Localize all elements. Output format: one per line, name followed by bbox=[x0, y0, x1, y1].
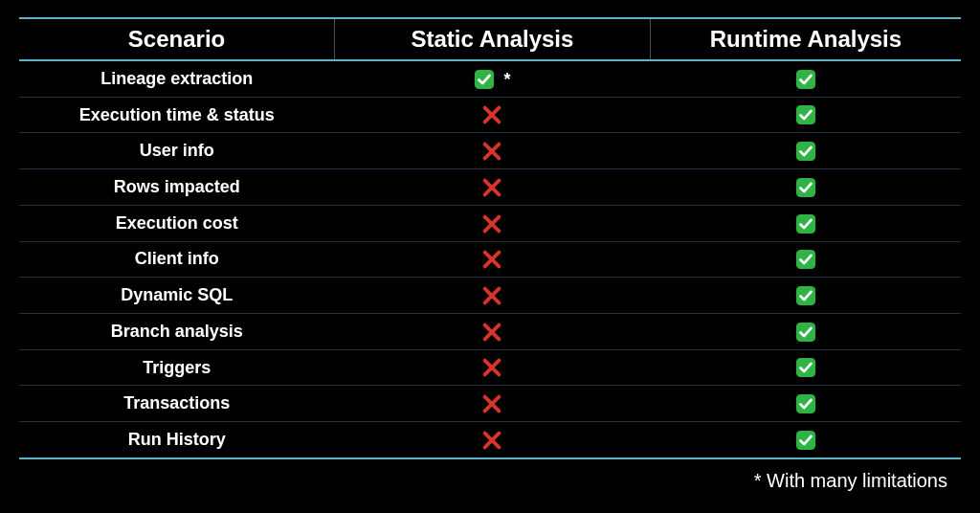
static-cell: * bbox=[335, 60, 651, 97]
header-runtime: Runtime Analysis bbox=[650, 18, 961, 60]
cross-icon bbox=[481, 320, 502, 341]
footnote: * With many limitations bbox=[754, 470, 947, 492]
scenario-cell: Triggers bbox=[19, 349, 335, 386]
table-row: User info bbox=[19, 133, 961, 169]
scenario-cell: Dynamic SQL bbox=[19, 278, 335, 314]
table-row: Lineage extraction * bbox=[19, 60, 961, 97]
header-row: Scenario Static Analysis Runtime Analysi… bbox=[19, 18, 961, 60]
table-row: Run History bbox=[19, 422, 961, 458]
runtime-cell bbox=[650, 314, 961, 350]
cross-icon bbox=[481, 212, 502, 233]
table-row: Dynamic SQL bbox=[19, 278, 961, 314]
cross-icon bbox=[481, 391, 502, 413]
static-cell bbox=[335, 205, 651, 241]
check-icon bbox=[795, 248, 816, 269]
static-cell bbox=[335, 422, 651, 458]
table-row: Client info bbox=[19, 241, 961, 278]
header-static: Static Analysis bbox=[335, 18, 651, 60]
check-icon bbox=[795, 67, 816, 88]
runtime-cell bbox=[650, 133, 961, 169]
static-cell bbox=[335, 133, 651, 169]
scenario-cell: Run History bbox=[19, 422, 335, 458]
runtime-cell bbox=[650, 97, 961, 133]
scenario-cell: Client info bbox=[19, 241, 335, 278]
table-row: Transactions bbox=[19, 386, 961, 422]
scenario-cell: Execution cost bbox=[19, 205, 335, 241]
table-body: Lineage extraction *Execution time & sta… bbox=[19, 60, 961, 458]
check-icon bbox=[795, 175, 816, 196]
check-icon bbox=[795, 428, 816, 449]
runtime-cell bbox=[650, 278, 961, 314]
cross-icon bbox=[481, 175, 502, 196]
scenario-cell: Transactions bbox=[19, 386, 335, 422]
comparison-table: Scenario Static Analysis Runtime Analysi… bbox=[19, 17, 961, 459]
check-icon bbox=[795, 391, 816, 413]
table-row: Rows impacted bbox=[19, 169, 961, 206]
check-icon bbox=[795, 283, 816, 304]
cross-icon bbox=[481, 356, 502, 377]
runtime-cell bbox=[650, 349, 961, 386]
table-row: Branch analysis bbox=[19, 314, 961, 350]
scenario-cell: Rows impacted bbox=[19, 169, 335, 206]
cross-icon bbox=[481, 248, 502, 269]
static-cell bbox=[335, 386, 651, 422]
check-icon bbox=[795, 320, 816, 341]
note-marker: * bbox=[499, 70, 510, 89]
scenario-cell: Execution time & status bbox=[19, 97, 335, 133]
static-cell bbox=[335, 241, 651, 278]
table-row: Triggers bbox=[19, 349, 961, 386]
static-cell bbox=[335, 97, 651, 133]
cross-icon bbox=[481, 428, 502, 449]
static-cell bbox=[335, 169, 651, 206]
static-cell bbox=[335, 314, 651, 350]
check-icon bbox=[795, 356, 816, 377]
check-icon bbox=[795, 212, 816, 233]
check-icon bbox=[795, 139, 816, 160]
table-row: Execution time & status bbox=[19, 97, 961, 133]
static-cell bbox=[335, 349, 651, 386]
runtime-cell bbox=[650, 169, 961, 206]
scenario-cell: User info bbox=[19, 133, 335, 169]
cross-icon bbox=[481, 139, 502, 160]
runtime-cell bbox=[650, 205, 961, 241]
runtime-cell bbox=[650, 422, 961, 458]
scenario-cell: Branch analysis bbox=[19, 314, 335, 350]
cross-icon bbox=[481, 103, 502, 124]
header-scenario: Scenario bbox=[19, 18, 335, 60]
check-icon bbox=[795, 103, 816, 124]
check-icon bbox=[474, 67, 495, 88]
static-cell bbox=[335, 278, 651, 314]
scenario-cell: Lineage extraction bbox=[19, 60, 335, 97]
cross-icon bbox=[481, 283, 502, 304]
runtime-cell bbox=[650, 241, 961, 278]
table-row: Execution cost bbox=[19, 205, 961, 241]
runtime-cell bbox=[650, 386, 961, 422]
runtime-cell bbox=[650, 60, 961, 97]
